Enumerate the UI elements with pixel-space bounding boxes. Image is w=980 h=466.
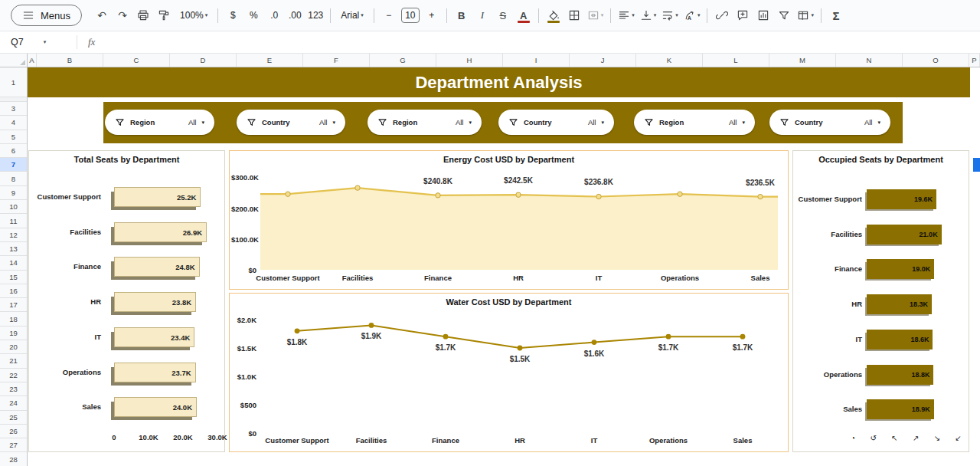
dashboard-title-banner[interactable]: Department Analysis (28, 67, 970, 97)
decrease-decimals-button[interactable]: .0 (264, 5, 284, 25)
chart-title: Occupied Seats by Department (793, 155, 969, 164)
row-header-7[interactable]: 7 (0, 158, 27, 172)
slicer-country-4[interactable]: CountryAll▾ (498, 110, 614, 135)
redo-button[interactable]: ↷ (113, 5, 132, 25)
undo-button[interactable]: ↶ (92, 5, 112, 25)
row-header-6[interactable]: 6 (0, 144, 27, 158)
chart-occupied-seats-panel[interactable]: Occupied Seats by DepartmentCustomer Sup… (792, 150, 969, 452)
table-views-button[interactable]: ▾ (795, 5, 816, 25)
paint-format-button[interactable] (154, 5, 174, 25)
functions-button[interactable]: Σ (826, 5, 846, 25)
column-header-E[interactable]: E (237, 54, 303, 67)
column-header-C[interactable]: C (103, 54, 170, 67)
row-header-26[interactable]: 26 (0, 425, 27, 438)
chart-energy-cost-panel[interactable]: Energy Cost USD by Department$300.0K$200… (229, 150, 789, 290)
row-header-28[interactable]: 28 (0, 452, 27, 466)
row-header-4[interactable]: 4 (0, 116, 27, 130)
borders-button[interactable] (564, 5, 584, 25)
row-header-18[interactable]: 18 (0, 312, 27, 326)
column-header-H[interactable]: H (436, 54, 503, 67)
column-header-D[interactable]: D (170, 54, 237, 67)
column-header-F[interactable]: F (303, 54, 370, 67)
text-wrap-button[interactable]: ▾ (659, 5, 681, 25)
print-button[interactable] (133, 5, 153, 25)
column-header-N[interactable]: N (836, 54, 903, 67)
point-label: $1.7K (436, 343, 456, 352)
chart-total-seats-panel[interactable]: Total Seats by DepartmentCustomer Suppor… (28, 150, 225, 452)
decrease-font-size-button[interactable]: − (379, 5, 399, 25)
column-header-M[interactable]: M (769, 54, 836, 67)
point-label: $1.7K (733, 343, 753, 352)
format-percent-button[interactable]: % (243, 5, 263, 25)
insert-comment-button[interactable] (733, 5, 753, 25)
row-header-27[interactable]: 27 (0, 438, 27, 452)
column-header-L[interactable]: L (703, 54, 769, 67)
text-rotation-button[interactable]: A▾ (681, 5, 703, 25)
row-header-19[interactable]: 19 (0, 327, 27, 340)
row-header-15[interactable]: 15 (0, 271, 27, 284)
horizontal-align-button[interactable]: ▾ (616, 5, 637, 25)
toolbar-divider (538, 8, 539, 23)
create-filter-button[interactable] (774, 5, 794, 25)
row-header-9[interactable]: 9 (0, 186, 27, 200)
column-header-G[interactable]: G (370, 54, 436, 67)
select-all-corner[interactable] (0, 54, 28, 67)
fill-color-button[interactable] (544, 5, 564, 25)
slicer-country-2[interactable]: CountryAll▾ (237, 110, 345, 135)
bold-button[interactable]: B (452, 5, 472, 25)
x-axis-label: Customer Support (265, 436, 328, 445)
row-header-10[interactable]: 10 (0, 200, 27, 214)
row-header-1[interactable]: 1 (0, 67, 27, 97)
row-header-12[interactable]: 12 (0, 228, 27, 242)
row-header-14[interactable]: 14 (0, 256, 27, 270)
font-size-input[interactable]: 10 (401, 8, 420, 23)
insert-link-button[interactable] (712, 5, 732, 25)
vertical-align-button[interactable]: ▾ (638, 5, 659, 25)
merge-cells-button[interactable]: ▾ (585, 5, 606, 25)
italic-button[interactable]: I (472, 5, 492, 25)
text-color-button[interactable]: A (514, 5, 534, 25)
slicer-region-3[interactable]: RegionAll▾ (368, 110, 482, 135)
row-header-25[interactable]: 25 (0, 411, 27, 425)
row-header-22[interactable]: 22 (0, 369, 27, 382)
column-header-K[interactable]: K (636, 54, 703, 67)
bar: 25.2K (114, 187, 201, 207)
row-header-11[interactable]: 11 (0, 214, 27, 228)
chart-water-cost-panel[interactable]: Water Cost USD by Department$2.0K$1.5K$1… (229, 293, 789, 452)
strikethrough-button[interactable]: S (493, 5, 513, 25)
bar-value-label: 25.2K (177, 193, 196, 202)
column-header-J[interactable]: J (570, 54, 636, 67)
chart-icon (757, 9, 769, 21)
column-header-I[interactable]: I (503, 54, 570, 67)
row-header-5[interactable]: 5 (0, 130, 27, 144)
slicer-country-6[interactable]: CountryAll▾ (769, 110, 890, 135)
column-header-B[interactable]: B (37, 54, 103, 67)
row-header-24[interactable]: 24 (0, 396, 27, 410)
font-dropdown[interactable]: Arial▾ (335, 5, 369, 25)
row-header-21[interactable]: 21 (0, 354, 27, 368)
row-header-3[interactable]: 3 (0, 102, 27, 116)
slicer-region-1[interactable]: RegionAll▾ (105, 110, 214, 135)
row-header-8[interactable]: 8 (0, 172, 27, 185)
row-header-20[interactable]: 20 (0, 340, 27, 354)
row-header-17[interactable]: 17 (0, 298, 27, 312)
column-header-O[interactable]: O (903, 54, 969, 67)
row-header-16[interactable]: 16 (0, 284, 27, 298)
increase-font-size-button[interactable]: + (422, 5, 442, 25)
column-header-A[interactable]: A (28, 54, 37, 67)
column-header-P[interactable]: P (969, 54, 980, 67)
formula-input[interactable] (106, 31, 980, 53)
energy-area-chart (230, 151, 788, 292)
format-currency-button[interactable]: $ (223, 5, 243, 25)
row-header-13[interactable]: 13 (0, 242, 27, 256)
zoom-dropdown[interactable]: 100%▾ (175, 5, 213, 25)
increase-decimals-button[interactable]: .00 (285, 5, 305, 25)
more-formats-button[interactable]: 123 (305, 5, 325, 25)
bar-value-label: 24.0K (173, 403, 192, 412)
name-box[interactable]: Q7 ▾ (0, 31, 77, 53)
row-header-23[interactable]: 23 (0, 382, 27, 396)
insert-chart-button[interactable] (753, 5, 773, 25)
slicer-region-5[interactable]: RegionAll▾ (634, 110, 755, 135)
menus-button[interactable]: Menus (11, 5, 82, 26)
footer-glyph-icon: ↖ (891, 433, 897, 444)
